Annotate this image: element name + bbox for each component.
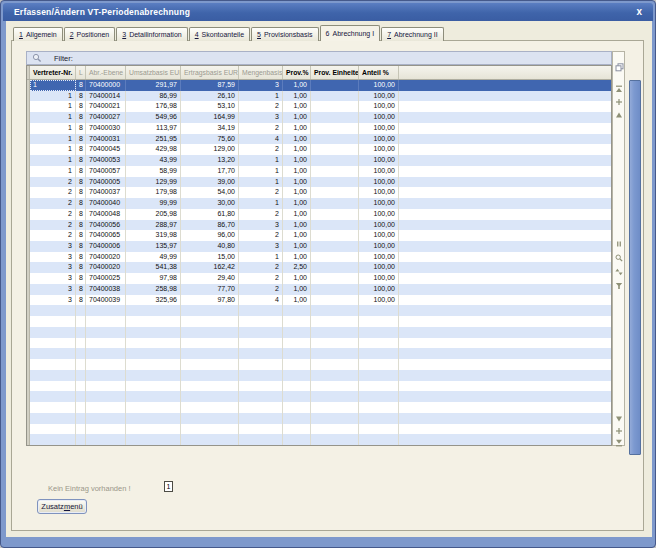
tab-allgemein[interactable]: 1Allgemein bbox=[13, 27, 63, 41]
table-row-empty bbox=[27, 305, 611, 316]
table-cell: 70400065 bbox=[86, 230, 126, 241]
table-cell: 8 bbox=[76, 241, 86, 252]
table-cell: 1,00 bbox=[283, 101, 311, 112]
table-cell: 3 bbox=[30, 295, 76, 306]
table-row[interactable]: 1870400030113,9734,1921,00100,00 bbox=[27, 123, 611, 134]
table-cell: 1,00 bbox=[283, 273, 311, 284]
table-cell: 70400038 bbox=[86, 284, 126, 295]
column-header-mengenbasis[interactable]: Mengenbasis bbox=[239, 66, 283, 79]
table-row[interactable]: 2870400056288,9786,7031,00100,00 bbox=[27, 220, 611, 231]
sort-icon[interactable] bbox=[615, 262, 624, 271]
table-cell: 96,00 bbox=[181, 230, 239, 241]
table-row[interactable]: 1870400021176,9853,1021,00100,00 bbox=[27, 101, 611, 112]
table-row[interactable]: 1870400027549,96164,9931,00100,00 bbox=[27, 112, 611, 123]
table-cell bbox=[239, 327, 283, 338]
filter-funnel-icon[interactable] bbox=[615, 276, 624, 285]
table-cell: 1,00 bbox=[283, 144, 311, 155]
table-row[interactable]: 187040001486,9926,1011,00100,00 bbox=[27, 91, 611, 102]
table-cell: 100,00 bbox=[359, 273, 399, 284]
table-row[interactable]: 3870400039325,9697,8041,00100,00 bbox=[27, 295, 611, 306]
table-cell bbox=[30, 327, 76, 338]
tab-abrechnung-ii[interactable]: 7Abrechnung II bbox=[381, 27, 444, 41]
table-row[interactable]: 287040004099,9930,0011,00100,00 bbox=[27, 198, 611, 209]
tab-label: Provisionsbasis bbox=[264, 31, 313, 38]
table-cell bbox=[86, 370, 126, 381]
table-cell: 100,00 bbox=[359, 101, 399, 112]
vertical-scrollbar[interactable] bbox=[629, 80, 641, 455]
table-cell bbox=[239, 370, 283, 381]
tab-mnemonic: 7 bbox=[387, 31, 391, 38]
insert-plus-icon[interactable] bbox=[615, 421, 624, 430]
table-cell: 1,00 bbox=[283, 155, 311, 166]
table-row[interactable]: 2870400048205,9861,8021,00100,00 bbox=[27, 209, 611, 220]
table-cell bbox=[283, 359, 311, 370]
table-cell-filler bbox=[399, 220, 611, 231]
table-row[interactable]: 2870400005129,9939,0011,00100,00 bbox=[27, 177, 611, 188]
table-cell: 1,00 bbox=[283, 123, 311, 134]
table-cell: 70400027 bbox=[86, 112, 126, 123]
search-icon[interactable] bbox=[615, 248, 624, 257]
column-header-prov-[interactable]: Prov.% bbox=[283, 66, 311, 79]
column-header-prov-einheiten[interactable]: Prov. Einheiten bbox=[311, 66, 359, 79]
column-header-l[interactable]: L bbox=[76, 66, 86, 79]
table-row[interactable]: 2870400037179,9854,0021,00100,00 bbox=[27, 187, 611, 198]
scroll-top-icon[interactable] bbox=[615, 79, 624, 88]
table-row[interactable]: 387040002049,9915,0011,00100,00 bbox=[27, 252, 611, 263]
table-cell: 1 bbox=[30, 134, 76, 145]
table-cell: 70400030 bbox=[86, 123, 126, 134]
table-cell bbox=[359, 402, 399, 413]
column-header-anteil-[interactable]: Anteil % bbox=[359, 66, 399, 79]
tab-positionen[interactable]: 2Positionen bbox=[64, 27, 116, 41]
scroll-bottom-icon[interactable] bbox=[615, 433, 624, 442]
table-row-empty bbox=[27, 402, 611, 413]
table-row[interactable]: 187040005343,9913,2011,00100,00 bbox=[27, 155, 611, 166]
table-row[interactable]: 1870400031251,9575,6041,00100,00 bbox=[27, 134, 611, 145]
table-row[interactable]: 3870400006135,9740,8031,00100,00 bbox=[27, 241, 611, 252]
table-cell: 258,98 bbox=[126, 284, 181, 295]
column-header-ertragsbasis-eur[interactable]: Ertragsbasis EUR bbox=[181, 66, 239, 79]
insert-plus-icon[interactable] bbox=[615, 92, 624, 101]
column-header-umsatzbasis-eur[interactable]: Umsatzbasis EUR bbox=[126, 66, 181, 79]
table-cell: 30,00 bbox=[181, 198, 239, 209]
scrollbar-thumb[interactable] bbox=[629, 80, 641, 455]
table-row[interactable]: 187040005758,9917,7011,00100,00 bbox=[27, 166, 611, 177]
dialog-window: Erfassen/Ändern VT-Periodenabrechnung x … bbox=[0, 0, 656, 548]
column-header-abr-ebene[interactable]: Abr.-Ebene bbox=[86, 66, 126, 79]
table-cell: 1 bbox=[30, 144, 76, 155]
zusatzmenu-button[interactable]: Zusatzmenü bbox=[37, 499, 87, 514]
table-row[interactable]: 1870400000291,9787,5931,00100,00 bbox=[27, 80, 611, 91]
table-cell: 86,70 bbox=[181, 220, 239, 231]
table-cell bbox=[126, 370, 181, 381]
table-row[interactable]: 2870400065319,9896,0021,00100,00 bbox=[27, 230, 611, 241]
table-row[interactable]: 387040002597,9829,4021,00100,00 bbox=[27, 273, 611, 284]
table-cell: 49,99 bbox=[126, 252, 181, 263]
triangle-up-icon[interactable] bbox=[615, 105, 624, 114]
table-row-empty bbox=[27, 381, 611, 392]
table-row-empty bbox=[27, 316, 611, 327]
close-icon[interactable]: x bbox=[636, 6, 642, 17]
tab-abrechnung-i[interactable]: 6Abrechnung I bbox=[320, 25, 381, 41]
column-chooser-icon[interactable] bbox=[615, 58, 624, 67]
table-cell bbox=[283, 413, 311, 424]
tab-mnemonic: 3 bbox=[122, 31, 126, 38]
table-cell: 70400000 bbox=[86, 80, 126, 91]
tab-skontoanteile[interactable]: 4Skontoanteile bbox=[189, 27, 250, 41]
table-cell: 99,99 bbox=[126, 198, 181, 209]
column-header-vertreter-nr-[interactable]: Vertreter-Nr. bbox=[30, 66, 76, 79]
table-cell: 1,00 bbox=[283, 166, 311, 177]
triangle-down-icon[interactable] bbox=[615, 409, 624, 418]
table-row[interactable]: 1870400045429,98129,0021,00100,00 bbox=[27, 144, 611, 155]
table-cell-filler bbox=[399, 424, 611, 435]
tab-provisionsbasis[interactable]: 5Provisionsbasis bbox=[251, 27, 319, 41]
search-icon[interactable] bbox=[32, 53, 42, 63]
columns-icon[interactable] bbox=[615, 234, 624, 243]
table-cell: 1,00 bbox=[283, 241, 311, 252]
table-row[interactable]: 3870400020541,38162,4222,50100,00 bbox=[27, 262, 611, 273]
table-cell bbox=[86, 359, 126, 370]
table-cell bbox=[76, 327, 86, 338]
tab-detailinformation[interactable]: 3Detailinformation bbox=[116, 27, 187, 41]
table-cell bbox=[126, 402, 181, 413]
table-row[interactable]: 3870400038258,9877,7021,00100,00 bbox=[27, 284, 611, 295]
table-cell bbox=[76, 316, 86, 327]
table-cell: 1 bbox=[30, 112, 76, 123]
